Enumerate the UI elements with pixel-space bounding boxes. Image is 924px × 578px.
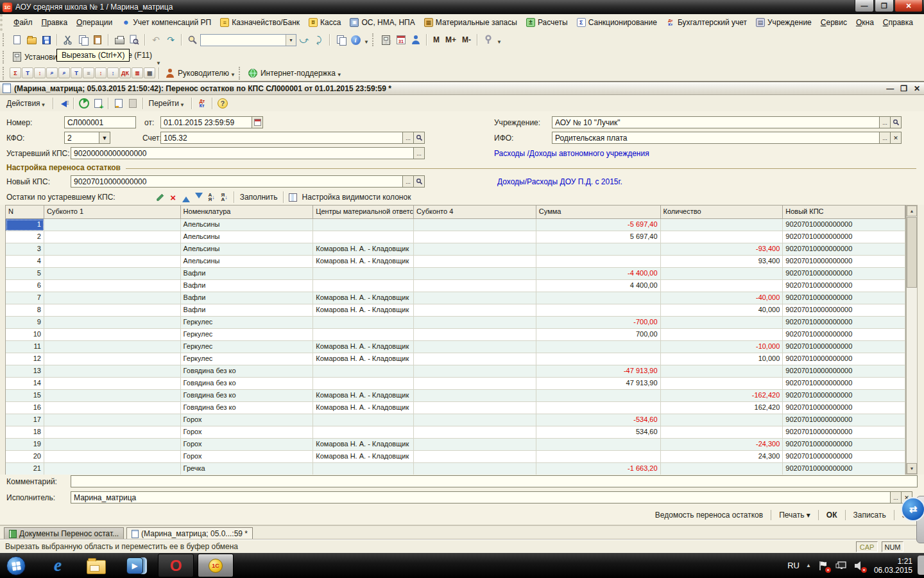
sort-asc-icon[interactable]: АЯ↓ <box>205 191 218 203</box>
table-cell[interactable] <box>536 353 661 365</box>
number-field[interactable] <box>64 116 136 128</box>
table-cell[interactable]: Комарова Н. А. - Кладовщик <box>313 353 414 365</box>
subconto-analysis-icon[interactable]: ⌕ <box>58 67 70 78</box>
table-cell[interactable] <box>414 280 536 292</box>
table-cell[interactable]: 9 <box>6 317 44 329</box>
table-cell[interactable] <box>661 268 783 280</box>
table-cell[interactable]: 90207010000000000 <box>783 463 905 475</box>
date-calendar-icon[interactable] <box>252 116 263 128</box>
table-cell[interactable]: 700,00 <box>536 329 661 341</box>
table-cell[interactable]: 4 <box>6 256 44 268</box>
table-cell[interactable] <box>661 414 783 426</box>
table-cell[interactable] <box>661 219 783 231</box>
table-cell[interactable] <box>44 402 181 414</box>
table-cell[interactable]: -93,400 <box>661 243 783 256</box>
memory-button[interactable]: M <box>431 35 442 44</box>
table-row[interactable]: 1Апельсины-5 697,4090207010000000000 <box>6 219 905 231</box>
scrollbar-thumb[interactable] <box>907 217 917 288</box>
table-cell[interactable]: 7 <box>6 292 44 304</box>
menu-item[interactable]: ▣ОС, НМА, НПА <box>345 16 419 29</box>
table-cell[interactable] <box>44 451 181 463</box>
user-monitor-icon[interactable] <box>409 33 423 47</box>
table-cell[interactable]: 90207010000000000 <box>783 426 905 439</box>
toolbar-grip[interactable] <box>372 33 377 46</box>
menu-item[interactable]: ДтКтБухгалтерский учет <box>662 16 751 29</box>
column-header[interactable]: Субконто 4 <box>414 206 536 219</box>
column-settings-icon[interactable] <box>287 191 300 203</box>
table-cell[interactable]: 40,000 <box>661 304 783 317</box>
table-cell[interactable]: -40,000 <box>661 292 783 304</box>
table-cell[interactable] <box>414 219 536 231</box>
table-cell[interactable] <box>414 378 536 390</box>
table-cell[interactable]: -47 913,90 <box>536 365 661 378</box>
move-down-icon[interactable] <box>193 191 205 203</box>
table-cell[interactable]: -1 663,20 <box>536 463 661 475</box>
internet-support-button[interactable]: Интернет-поддержка <box>261 69 336 78</box>
table-cell[interactable]: 93,400 <box>661 256 783 268</box>
ok-button[interactable]: ОК <box>820 509 844 521</box>
table-cell[interactable] <box>661 426 783 439</box>
kfo-field[interactable]: ▼ <box>64 132 110 144</box>
table-cell[interactable] <box>44 317 181 329</box>
table-cell[interactable] <box>661 378 783 390</box>
search-combobox[interactable]: ▼ <box>200 34 296 46</box>
executor-field[interactable]: ...✕ <box>71 491 912 504</box>
minimize-button[interactable]: — <box>855 0 874 12</box>
table-cell[interactable]: 18 <box>6 426 44 439</box>
table-cell[interactable]: Горох <box>181 439 314 451</box>
posting-report-icon[interactable]: ↕ <box>34 67 46 78</box>
table-cell[interactable] <box>313 268 414 280</box>
toolbar-grip[interactable] <box>3 33 7 46</box>
toolbar-grip[interactable] <box>3 67 7 80</box>
action-center-flag-icon[interactable]: × <box>817 560 829 572</box>
column-header[interactable]: Номенклатура <box>181 206 314 219</box>
goto-menu-button[interactable]: Перейти▼ <box>146 97 189 109</box>
save-button[interactable]: Записать <box>847 509 893 521</box>
table-cell[interactable] <box>536 256 661 268</box>
table-row[interactable]: 15Говядина без коКомарова Н. А. - Кладов… <box>6 390 905 402</box>
open-icon[interactable] <box>24 33 38 47</box>
table-cell[interactable]: 2 <box>6 231 44 243</box>
table-cell[interactable]: Апельсины <box>181 243 314 256</box>
table-cell[interactable] <box>536 243 661 256</box>
dk-report-icon[interactable]: ДК <box>119 67 131 78</box>
chess-sheet-icon[interactable]: ↕ <box>95 67 107 78</box>
table-row[interactable]: 19ГорохКомарова Н. А. - Кладовщик-24,300… <box>6 439 905 451</box>
table-cell[interactable]: Апельсины <box>181 219 314 231</box>
menu-item[interactable]: Справка <box>878 16 918 29</box>
table-cell[interactable] <box>44 304 181 317</box>
table-cell[interactable] <box>414 451 536 463</box>
account-field[interactable]: ... <box>160 132 425 144</box>
column-settings-button[interactable]: Настройка видимости колонок <box>300 191 414 203</box>
comment-field[interactable] <box>71 475 918 487</box>
table-cell[interactable]: 21 <box>6 463 44 475</box>
table-cell[interactable]: 90207010000000000 <box>783 390 905 402</box>
table-row[interactable]: 5Вафли-4 400,0090207010000000000 <box>6 268 905 280</box>
copy-icon[interactable] <box>76 33 90 47</box>
print-icon[interactable] <box>112 33 126 47</box>
old-kps-ellipsis-icon[interactable]: ... <box>414 147 425 159</box>
account-analysis-icon[interactable]: Т <box>22 67 33 78</box>
org-ellipsis-icon[interactable]: ... <box>880 116 891 128</box>
table-row[interactable]: 7ВафлиКомарова Н. А. - Кладовщик-40,0009… <box>6 292 905 304</box>
table-cell[interactable]: 16 <box>6 402 44 414</box>
media-player-icon[interactable]: ▶ <box>124 556 145 576</box>
table-cell[interactable]: 90207010000000000 <box>783 256 905 268</box>
table-cell[interactable] <box>661 317 783 329</box>
tray-expand-icon[interactable]: ▲ <box>806 563 811 568</box>
find-icon[interactable] <box>185 33 200 47</box>
doc-restore-icon[interactable]: ❐ <box>900 84 907 93</box>
table-cell[interactable] <box>536 390 661 402</box>
table-cell[interactable]: 19 <box>6 439 44 451</box>
table-cell[interactable]: Комарова Н. А. - Кладовщик <box>313 451 414 463</box>
table-cell[interactable]: 90207010000000000 <box>783 292 905 304</box>
settings-caret-icon[interactable]: ▼ <box>497 39 502 45</box>
table-cell[interactable]: 162,420 <box>661 402 783 414</box>
table-cell[interactable] <box>44 439 181 451</box>
table-cell[interactable]: -4 400,00 <box>536 268 661 280</box>
calculator-icon[interactable] <box>379 33 393 47</box>
table-cell[interactable]: 90207010000000000 <box>783 329 905 341</box>
mdi-tab[interactable]: Документы Перенос остат... <box>4 527 124 540</box>
service-settings-icon[interactable] <box>481 33 495 47</box>
show-desktop-button[interactable] <box>918 556 924 575</box>
